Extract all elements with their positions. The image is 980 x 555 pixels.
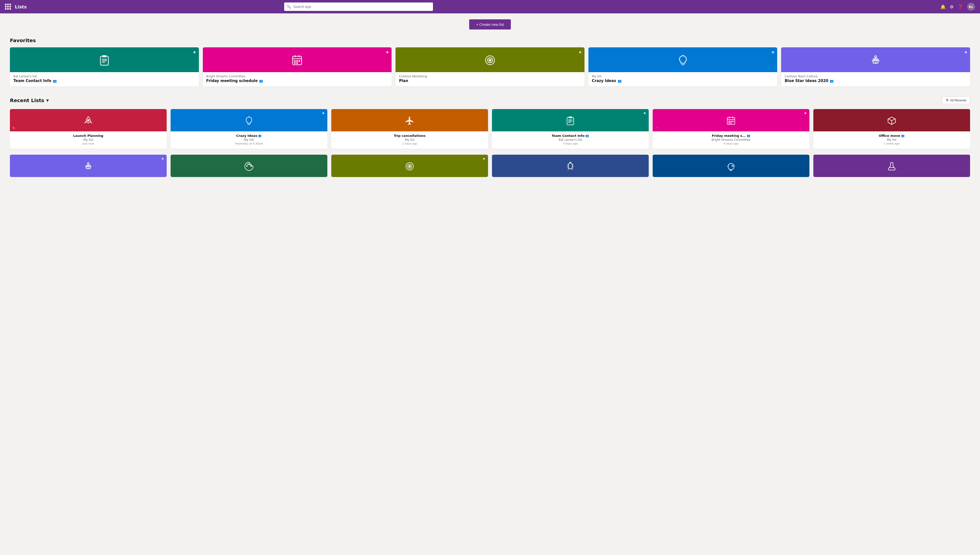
rocket-icon	[84, 115, 93, 126]
trending-icon: ↗	[655, 126, 658, 130]
fav-card-name: Plan	[399, 79, 581, 83]
palette-icon	[244, 160, 254, 171]
search-bar: 🔍	[284, 3, 433, 11]
favorite-card-fav-1[interactable]: ★ Kat Larson's list Team Contact Info 👥	[10, 47, 199, 87]
calendar-icon	[726, 115, 736, 126]
trending-icon: ↗	[173, 126, 176, 130]
star-icon: ★	[964, 50, 967, 55]
recent-card-banner: ★ ↗	[170, 109, 327, 132]
star-icon: ★	[482, 157, 485, 160]
svg-rect-12	[299, 60, 300, 62]
calendar-icon	[291, 53, 303, 66]
recent-card-name: Office move 👥	[813, 134, 970, 138]
bottom-card-bot-1[interactable]: ★	[10, 155, 167, 177]
favorite-card-fav-3[interactable]: ★ Contoso Marketing Plan	[395, 47, 585, 87]
robot-icon	[84, 160, 93, 171]
fav-card-banner: ★	[395, 47, 585, 72]
svg-point-17	[489, 59, 491, 61]
svg-point-53	[246, 165, 247, 166]
recent-card-rec-6[interactable]: Office move 👥 My list 1 week ago	[813, 109, 970, 149]
fav-card-info: My list Crazy Ideas 👥	[588, 72, 778, 87]
search-input[interactable]	[284, 3, 433, 11]
recent-card-time: 1 week ago	[813, 142, 970, 145]
target-icon	[484, 53, 496, 66]
recent-card-name: Trip cancellations	[331, 134, 488, 138]
recent-card-rec-3[interactable]: Trip cancellations My list 2 days ago	[331, 109, 488, 149]
star-icon: ★	[643, 111, 646, 115]
fav-card-name: Team Contact Info 👥	[13, 79, 195, 83]
main-content: + Create new list Favorites ★ Kat Larson…	[0, 13, 980, 183]
recent-card-rec-1[interactable]: ↻ Launch Planning My list Just now	[10, 109, 167, 149]
fav-card-banner: ★	[203, 47, 392, 72]
plane-icon	[405, 115, 414, 126]
recent-card-time: 3 days ago	[492, 142, 649, 145]
app-title: Lists	[15, 4, 27, 10]
svg-rect-14	[296, 62, 298, 64]
create-new-list-button[interactable]: + Create new list	[469, 19, 511, 29]
header-actions: 🔔 ⚙️ ❓ KL	[940, 3, 975, 11]
favorite-card-fav-2[interactable]: ★ Bright Dreams Committee Friday meeting…	[203, 47, 392, 87]
svg-rect-42	[729, 122, 730, 124]
recent-card-time: 4 days ago	[653, 142, 810, 145]
favorites-title: Favorites	[10, 37, 970, 43]
bottom-card-bot-5[interactable]	[653, 155, 810, 177]
shared-icon: 👥	[258, 134, 262, 137]
loading-icon: ↻	[13, 126, 15, 130]
shared-icon: 👥	[901, 134, 904, 137]
recent-card-rec-2[interactable]: ★ ↗ Crazy Ideas 👥 My list Yesterday at 4…	[170, 109, 327, 149]
recent-lists-header-left: Recent Lists ▼	[10, 98, 49, 103]
fav-card-owner: My list	[592, 75, 774, 78]
chevron-down-icon[interactable]: ▼	[46, 98, 49, 103]
create-button-wrap: + Create new list	[10, 19, 970, 29]
bug-icon	[566, 160, 575, 171]
gear-icon[interactable]: ⚙️	[950, 4, 954, 10]
favorite-card-fav-5[interactable]: ★ Contoso Team Culture Blue Star Ideas 2…	[781, 47, 970, 87]
bottom-card-bot-4[interactable]	[492, 155, 649, 177]
recent-card-rec-4[interactable]: ★ Team Contact Info 👥 Kat Larson's list …	[492, 109, 649, 149]
recent-card-owner: Kat Larson's list	[492, 138, 649, 141]
box-icon	[887, 115, 896, 126]
svg-rect-46	[87, 166, 88, 167]
svg-point-54	[248, 164, 249, 165]
bottom-card-bot-3[interactable]: ★	[331, 155, 488, 177]
help-icon[interactable]: ❓	[958, 4, 963, 10]
bell-icon[interactable]: 🔔	[940, 4, 946, 10]
favorite-card-fav-4[interactable]: ★ My list Crazy Ideas 👥	[588, 47, 778, 87]
lightbulb-icon	[677, 53, 689, 66]
bottom-card-bot-6[interactable]	[813, 155, 970, 177]
fav-card-banner: ★	[781, 47, 970, 72]
avatar[interactable]: KL	[967, 3, 975, 11]
recent-card-rec-5[interactable]: ★ ↗ Friday meeting s... 👥 Bright Dreams …	[653, 109, 810, 149]
svg-rect-41	[732, 121, 734, 122]
shared-icon: 👥	[53, 79, 57, 83]
recent-card-owner: My list	[10, 138, 167, 141]
fav-card-owner: Contoso Marketing	[399, 75, 581, 78]
filter-icon: ⚗	[946, 98, 948, 102]
svg-point-27	[88, 119, 89, 121]
fav-card-info: Bright Dreams Committee Friday meeting s…	[203, 72, 392, 87]
bottom-card-bot-2[interactable]	[170, 155, 327, 177]
piggy-icon	[726, 160, 736, 171]
recent-card-time: Yesterday at 4:30pm	[170, 142, 327, 145]
recent-lists-title: Recent Lists	[10, 98, 44, 103]
fav-card-owner: Contoso Team Culture	[785, 75, 967, 78]
fav-card-info: Kat Larson's list Team Contact Info 👥	[10, 72, 199, 87]
all-recents-button[interactable]: ⚗ All Recents	[942, 96, 970, 104]
fav-card-banner: ★	[588, 47, 778, 72]
svg-rect-39	[729, 121, 730, 122]
fav-card-name: Crazy Ideas 👥	[592, 79, 774, 83]
svg-point-56	[251, 165, 251, 166]
recent-card-name: Team Contact Info 👥	[492, 134, 649, 138]
svg-rect-43	[731, 122, 732, 124]
svg-point-55	[249, 164, 250, 165]
app-launcher-icon[interactable]	[5, 4, 11, 10]
search-icon: 🔍	[287, 5, 291, 9]
recent-card-name: Launch Planning	[10, 134, 167, 138]
recent-card-time: 2 days ago	[331, 142, 488, 145]
star-icon: ★	[386, 50, 389, 55]
bottom-card-banner: ★	[331, 155, 488, 177]
all-recents-label: All Recents	[950, 98, 966, 102]
recent-lists-section: Recent Lists ▼ ⚗ All Recents ↻ Launch Pl…	[10, 96, 970, 149]
svg-rect-40	[731, 121, 732, 122]
fav-card-info: Contoso Marketing Plan	[395, 72, 585, 87]
